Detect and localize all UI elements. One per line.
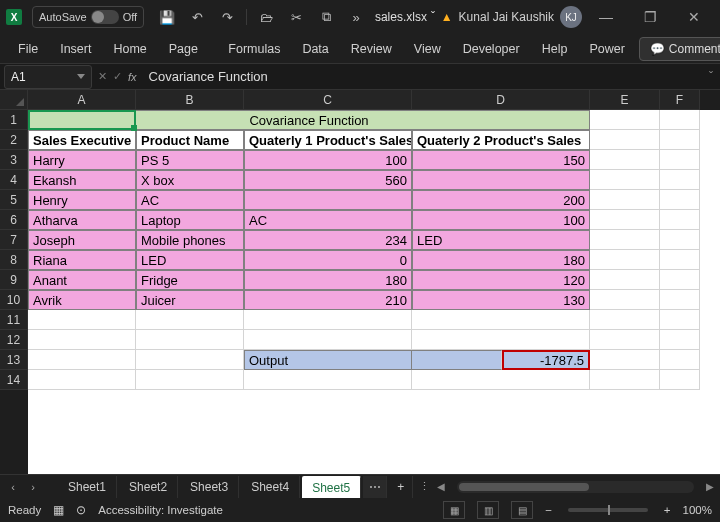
cell[interactable] — [28, 310, 136, 330]
nav-left-icon[interactable]: ‹ — [4, 478, 22, 496]
cell[interactable] — [136, 310, 244, 330]
macro-icon[interactable]: ▦ — [53, 503, 64, 517]
view-page-layout-button[interactable]: ▥ — [477, 501, 499, 519]
cell[interactable]: Mobile phones — [136, 230, 244, 250]
cell[interactable] — [590, 350, 660, 370]
col-header-f[interactable]: F — [660, 90, 700, 110]
avatar[interactable]: KJ — [560, 6, 582, 28]
copy-icon[interactable]: ⧉ — [313, 4, 339, 30]
scroll-left-icon[interactable]: ◀ — [435, 481, 447, 492]
cell[interactable] — [590, 330, 660, 350]
zoom-in-button[interactable]: + — [664, 504, 671, 516]
cell[interactable]: Harry — [28, 150, 136, 170]
cell[interactable] — [590, 130, 660, 150]
cell[interactable]: 120 — [412, 270, 590, 290]
cell[interactable] — [590, 110, 660, 130]
zoom-percent[interactable]: 100% — [683, 504, 712, 516]
cell[interactable] — [590, 210, 660, 230]
add-sheet-button[interactable]: + — [389, 476, 413, 498]
cut-icon[interactable]: ✂ — [283, 4, 309, 30]
cell-output-value[interactable]: -1787.5 — [502, 350, 590, 370]
tab-file[interactable]: File — [8, 35, 48, 63]
select-all-triangle[interactable] — [0, 90, 28, 110]
cell[interactable] — [660, 330, 700, 350]
cell[interactable] — [412, 350, 502, 370]
undo-icon[interactable]: ↶ — [184, 4, 210, 30]
cell[interactable]: Atharva — [28, 210, 136, 230]
cell[interactable]: Joseph — [28, 230, 136, 250]
cell[interactable] — [244, 190, 412, 210]
cell[interactable]: LED — [412, 230, 590, 250]
sheet-menu-icon[interactable]: ⋮ — [415, 478, 433, 496]
cell[interactable] — [660, 310, 700, 330]
open-icon[interactable]: 🗁 — [253, 4, 279, 30]
row-header[interactable]: 3 — [0, 150, 28, 170]
sheet-tab[interactable]: Sheet3 — [180, 476, 239, 498]
cell[interactable] — [660, 210, 700, 230]
cell-output-label[interactable]: Output — [244, 350, 412, 370]
cell[interactable]: PS 5 — [136, 150, 244, 170]
cell[interactable]: Henry — [28, 190, 136, 210]
save-icon[interactable]: 💾 — [154, 4, 180, 30]
row-header[interactable]: 6 — [0, 210, 28, 230]
cell[interactable] — [28, 330, 136, 350]
cell[interactable] — [412, 310, 590, 330]
zoom-out-button[interactable]: − — [545, 504, 552, 516]
scrollbar-thumb[interactable] — [459, 483, 589, 491]
col-header-d[interactable]: D — [412, 90, 590, 110]
cell[interactable]: 100 — [244, 150, 412, 170]
tab-view[interactable]: View — [404, 35, 451, 63]
cell[interactable] — [660, 150, 700, 170]
sheet-tab-active[interactable]: Sheet5 — [302, 476, 361, 498]
cell[interactable] — [660, 190, 700, 210]
minimize-button[interactable]: — — [586, 4, 626, 30]
col-header-b[interactable]: B — [136, 90, 244, 110]
cell[interactable] — [412, 170, 590, 190]
cell[interactable] — [136, 350, 244, 370]
cell[interactable] — [660, 250, 700, 270]
cell[interactable]: 0 — [244, 250, 412, 270]
cell[interactable]: 180 — [244, 270, 412, 290]
cell[interactable]: AC — [244, 210, 412, 230]
row-header[interactable]: 9 — [0, 270, 28, 290]
cell-header[interactable]: Product Name — [136, 130, 244, 150]
formula-input[interactable]: Covariance Function — [143, 65, 702, 89]
close-button[interactable]: ✕ — [674, 4, 714, 30]
cell[interactable]: Avrik — [28, 290, 136, 310]
cell[interactable]: Fridge — [136, 270, 244, 290]
sheet-tab[interactable]: Sheet2 — [119, 476, 178, 498]
tab-formulas[interactable]: Formulas — [218, 35, 290, 63]
row-header[interactable]: 13 — [0, 350, 28, 370]
cell[interactable] — [136, 330, 244, 350]
cell[interactable] — [660, 110, 700, 130]
sheet-tab[interactable]: Sheet4 — [241, 476, 300, 498]
cell[interactable] — [136, 370, 244, 390]
cell[interactable]: 100 — [412, 210, 590, 230]
tab-developer[interactable]: Developer — [453, 35, 530, 63]
row-header[interactable]: 1 — [0, 110, 28, 130]
cell[interactable] — [660, 130, 700, 150]
cell[interactable]: AC — [136, 190, 244, 210]
cell[interactable] — [660, 350, 700, 370]
col-header-a[interactable]: A — [28, 90, 136, 110]
accessibility-status[interactable]: Accessibility: Investigate — [98, 504, 223, 516]
cell[interactable]: 130 — [412, 290, 590, 310]
row-header[interactable]: 4 — [0, 170, 28, 190]
redo-icon[interactable]: ↷ — [214, 4, 240, 30]
cell[interactable] — [244, 330, 412, 350]
cell[interactable]: Riana — [28, 250, 136, 270]
cell[interactable] — [590, 230, 660, 250]
toggle-switch[interactable] — [91, 10, 119, 24]
cell[interactable] — [244, 370, 412, 390]
expand-formula-icon[interactable]: ˇ — [702, 70, 720, 84]
nav-right-icon[interactable]: › — [24, 478, 42, 496]
cell[interactable] — [28, 350, 136, 370]
cell[interactable] — [660, 370, 700, 390]
cell[interactable] — [412, 370, 590, 390]
tab-insert[interactable]: Insert — [50, 35, 101, 63]
cell[interactable] — [244, 310, 412, 330]
sheet-overflow-button[interactable]: ⋯ — [363, 476, 387, 498]
view-normal-button[interactable]: ▦ — [443, 501, 465, 519]
cell[interactable] — [590, 290, 660, 310]
tab-home[interactable]: Home — [103, 35, 156, 63]
